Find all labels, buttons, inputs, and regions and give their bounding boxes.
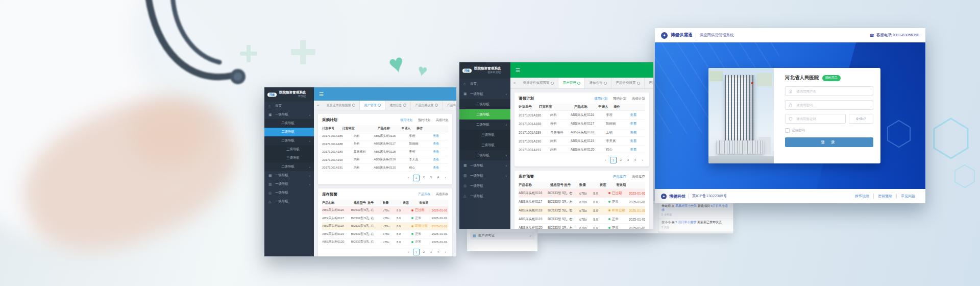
tab[interactable]: 通知公告 — [385, 101, 411, 110]
page-button[interactable]: 3 — [625, 157, 631, 162]
login-button[interactable]: 登 录 — [785, 137, 873, 147]
view-link[interactable]: 查看 — [433, 158, 439, 161]
inventory-filter-link[interactable]: 产品库存 — [418, 192, 430, 197]
tab[interactable]: 产品出库 — [645, 78, 653, 88]
quantity: 8.0 — [593, 200, 608, 204]
username-input[interactable] — [795, 89, 870, 93]
spec: BC533型 5孔, 右 — [548, 200, 579, 204]
tab[interactable]: 资质证件效期预警 — [519, 78, 558, 88]
sidebar-item[interactable]: 二级导航 ∧ — [264, 136, 314, 145]
lock-icon — [789, 103, 793, 107]
page-button[interactable]: › — [640, 157, 645, 162]
page-button[interactable]: 3 — [428, 175, 434, 180]
sidebar-item[interactable]: 二级导航 ∨ — [459, 150, 510, 160]
license-row[interactable]: ▤ 生产许可证 ✓ — [470, 232, 534, 240]
tab[interactable]: 产品分类设置 — [611, 78, 645, 88]
sidebar-item[interactable]: △ 一级导航 — [264, 197, 314, 206]
sidebar-item[interactable]: ◎ 一级导航 — [459, 181, 510, 191]
sidebar-item[interactable]: ◎ 一级导航 — [264, 188, 314, 197]
menu-icon: ⌂ — [268, 104, 273, 108]
quantity: 8.0 — [593, 226, 608, 229]
page-button[interactable]: › — [443, 249, 448, 254]
footer-link[interactable]: 密钥驱动 — [873, 194, 896, 199]
sidebar-item[interactable]: 二级导航 — [264, 128, 314, 136]
applicant: 李程 — [606, 113, 630, 117]
page-button[interactable]: 4 — [435, 249, 441, 254]
sidebar-item[interactable]: 三级导航 — [459, 140, 510, 150]
sidebar-item[interactable]: 二级导航 — [264, 119, 314, 128]
tab[interactable]: 产品分类设置 — [411, 101, 443, 110]
plan-filter-link[interactable]: 领用计划 — [594, 97, 607, 101]
plan-filter-link[interactable]: 高值计划 — [436, 118, 448, 123]
captcha-input[interactable] — [795, 116, 842, 121]
sidebar-item[interactable]: 二级导航 ∨ — [264, 162, 314, 171]
page-button[interactable]: ‹ — [406, 175, 411, 180]
sidebar-item[interactable]: ⌂ 首页 — [459, 79, 510, 89]
view-link[interactable]: 查看 — [433, 166, 439, 169]
sidebar-item[interactable]: ▥ 一级导航 ∨ — [264, 180, 314, 188]
sidebar-item[interactable]: ▦ 一级导航 ∨ — [459, 160, 510, 171]
menu-toggle-icon[interactable]: ☰ — [319, 91, 324, 97]
plan-filter-link[interactable]: 高值计划 — [632, 97, 645, 101]
tab[interactable]: 用户管理 — [360, 101, 385, 110]
view-link[interactable]: 查看 — [630, 122, 636, 125]
view-link[interactable]: 查看 — [630, 139, 636, 142]
view-link[interactable]: 查看 — [433, 142, 439, 145]
sidebar-item[interactable]: 二级导航 — [459, 99, 510, 109]
sidebar-item[interactable]: ▥ 一级导航 ∨ — [459, 171, 510, 181]
inventory-filter-link[interactable]: 产品库存 — [613, 175, 626, 179]
plan-filter-link[interactable]: 领用计划 — [400, 118, 412, 123]
page-button[interactable]: › — [443, 175, 448, 180]
username-field[interactable] — [785, 86, 873, 96]
page-button[interactable]: 2 — [618, 157, 624, 162]
collapse-tabs-icon[interactable]: « — [510, 78, 519, 88]
sidebar-item[interactable]: 三级导航 — [264, 154, 314, 162]
sidebar-item[interactable]: △ 一级导航 — [459, 191, 510, 201]
product: ABS床头柜0116 — [374, 134, 409, 138]
page-button[interactable]: 4 — [435, 175, 441, 180]
view-link[interactable]: 查看 — [630, 113, 636, 116]
page-button[interactable]: ‹ — [603, 157, 608, 162]
tab-label: 产品分类设置 — [616, 81, 635, 85]
footer-link[interactable]: 操作说明 — [851, 194, 873, 199]
tab[interactable]: 通知公告 — [585, 78, 611, 88]
menu-toggle-icon[interactable]: ☰ — [516, 67, 520, 73]
remember-password[interactable]: 记住密码 — [785, 128, 873, 133]
tab[interactable]: 资质证件效期预警 — [322, 101, 360, 110]
view-link[interactable]: 查看 — [630, 130, 636, 134]
sidebar-item[interactable]: 二级导航 ∧ — [459, 120, 510, 130]
chevron-icon: ∨ — [309, 165, 310, 168]
sidebar-item[interactable]: ▣ 一级导航 ∧ — [264, 110, 314, 119]
view-link[interactable]: 查看 — [630, 148, 636, 151]
collapse-tabs-icon[interactable]: « — [314, 101, 322, 110]
view-link[interactable]: 查看 — [433, 134, 439, 137]
footer-link[interactable]: 常见问题 — [896, 194, 919, 199]
plan-filter-link[interactable]: 预约计划 — [613, 97, 626, 101]
inventory-filter-link[interactable]: 高值库存 — [436, 192, 448, 197]
inventory-filter-link[interactable]: 高值库存 — [632, 175, 645, 179]
page-button[interactable]: 2 — [421, 249, 427, 254]
password-input[interactable] — [795, 103, 870, 107]
sidebar-item[interactable]: 三级导航 — [264, 145, 314, 154]
plan-filter-link[interactable]: 预约计划 — [418, 118, 430, 123]
remember-checkbox[interactable] — [785, 128, 790, 133]
tab[interactable]: 用户管理 — [558, 78, 585, 88]
sidebar-item[interactable]: ▦ 一级导航 ∨ — [264, 171, 314, 180]
page-button[interactable]: 4 — [632, 157, 638, 162]
tab[interactable]: 产品出库 — [443, 101, 456, 110]
password-field[interactable] — [785, 100, 873, 110]
sidebar-item[interactable]: ⌂ 首页 — [264, 102, 314, 110]
captcha-question[interactable]: 6+8=? — [849, 114, 873, 124]
page-button[interactable]: 1 — [610, 157, 617, 163]
page-button[interactable]: 2 — [421, 175, 427, 180]
sidebar-item[interactable]: ▣ 一级导航 ∧ — [459, 89, 510, 99]
captcha-field[interactable] — [785, 114, 846, 124]
product: ABS床头柜0117 — [374, 141, 409, 146]
page-button[interactable]: ‹ — [406, 249, 411, 254]
sidebar-item[interactable]: 三级导航 — [459, 130, 510, 140]
view-link[interactable]: 查看 — [433, 150, 439, 153]
page-button[interactable]: 1 — [413, 249, 420, 255]
page-button[interactable]: 1 — [413, 175, 420, 181]
sidebar-item[interactable]: 二级导航 — [459, 109, 510, 120]
page-button[interactable]: 3 — [428, 249, 434, 254]
